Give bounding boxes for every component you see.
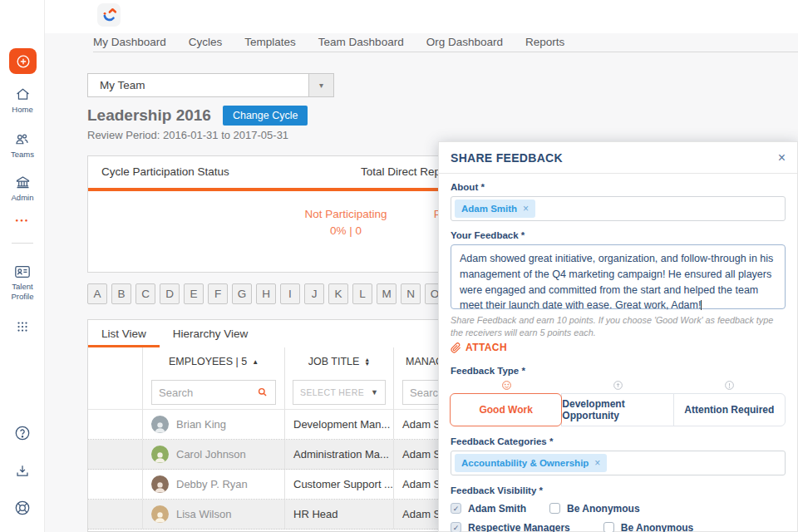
feedback-type-label: Feedback Type * (451, 366, 786, 376)
sort-asc-icon[interactable]: ▲ (252, 358, 259, 366)
sidebar-item-teams[interactable]: Teams (11, 131, 34, 160)
about-label: About * (451, 182, 786, 192)
apps-grid-icon[interactable] (15, 319, 30, 334)
nav-item-cycles[interactable]: Cycles (189, 36, 223, 48)
change-cycle-button[interactable]: Change Cycle (223, 106, 308, 126)
employee-name-cell[interactable]: Debby P. Ryan (142, 470, 284, 499)
about-tag: Adam Smith × (455, 200, 535, 218)
employee-name: Debby P. Ryan (176, 478, 248, 490)
sidebar-menu: Home Teams Admin ●●● (0, 86, 45, 334)
download-icon[interactable] (0, 462, 45, 480)
checkbox-be-anonymous-1[interactable] (549, 503, 560, 514)
employee-search-box[interactable] (151, 380, 276, 405)
sidebar-item-admin[interactable]: Admin (12, 174, 34, 203)
letter-filter[interactable]: L (352, 283, 372, 304)
share-feedback-body: About * Adam Smith × Your Feedback * Ada… (439, 174, 797, 532)
nav-item-team-dashboard[interactable]: Team Dashboard (318, 36, 404, 48)
home-icon (14, 86, 32, 103)
help-icon[interactable] (0, 424, 45, 442)
nav-item-templates[interactable]: Templates (244, 36, 296, 48)
letter-filter[interactable]: B (111, 283, 131, 304)
nav-item-reports[interactable]: Reports (525, 36, 564, 48)
page-title: Leadership 2016 (87, 106, 211, 125)
letter-filter[interactable]: N (401, 283, 421, 304)
row-select-cell[interactable] (88, 470, 142, 499)
team-select[interactable]: My Team ▾ (87, 73, 334, 97)
feedback-type-development-opportunity[interactable]: Development Opportunity (561, 393, 673, 426)
job-title-column-header[interactable]: JOB TITLE ▲▼ (284, 347, 393, 376)
letter-filter[interactable]: F (208, 283, 228, 304)
share-feedback-title: SHARE FEEDBACK (451, 151, 563, 165)
search-icon[interactable] (257, 387, 268, 398)
employees-column-label: EMPLOYEES | 5 (169, 356, 247, 367)
filter-empty-cell (88, 376, 142, 410)
tab-list-view[interactable]: List View (88, 320, 160, 347)
paperclip-icon (451, 342, 461, 353)
lifebuoy-icon[interactable] (0, 499, 45, 517)
row-select-cell[interactable] (88, 440, 142, 469)
letter-filter[interactable]: J (304, 283, 324, 304)
more-dots-icon[interactable]: ●●● (16, 218, 30, 223)
categories-input[interactable]: Accountability & Ownership × (451, 451, 786, 475)
checkbox-respective-managers[interactable]: ✓ (451, 522, 461, 532)
letter-filter[interactable]: I (280, 283, 300, 304)
nav-item-org-dashboard[interactable]: Org Dashboard (426, 36, 503, 48)
employee-name-cell[interactable]: Lisa Wilson (142, 500, 284, 529)
feedback-type-attention-required[interactable]: Attention Required (673, 393, 786, 426)
sidebar-divider (12, 243, 33, 244)
job-title-filter-cell: SELECT HERE ▼ (284, 376, 393, 410)
letter-filter[interactable]: K (328, 283, 348, 304)
app-root: Home Teams Admin ●●● (0, 0, 798, 532)
employees-column-header[interactable]: EMPLOYEES | 5 ▲ (142, 347, 284, 376)
visibility-option-label: Respective Managers (468, 522, 570, 532)
job-title-select[interactable]: SELECT HERE ▼ (293, 380, 386, 405)
letter-filter[interactable]: M (377, 283, 397, 304)
job-title-cell: Customer Support ... (284, 470, 393, 499)
brand-logo[interactable] (97, 3, 121, 27)
arrow-up-circle-icon (613, 380, 623, 391)
feedback-categories-label: Feedback Categories * (451, 436, 786, 446)
feedback-textarea[interactable]: Adam showed great initiative, organizati… (451, 244, 786, 309)
employee-name-cell[interactable]: Brian King (142, 410, 284, 439)
row-select-cell[interactable] (88, 500, 142, 529)
close-icon[interactable]: × (778, 150, 786, 165)
employee-name: Brian King (176, 418, 226, 431)
visibility-option-label: Adam Smith (468, 503, 526, 515)
letter-filter[interactable]: H (256, 283, 276, 304)
job-title-select-placeholder: SELECT HERE (300, 387, 364, 397)
letter-filter[interactable]: C (135, 283, 155, 304)
employee-search-input[interactable] (159, 387, 252, 399)
remove-tag-icon[interactable]: × (594, 457, 600, 469)
total-direct-reports-title: Total Direct Repo (361, 165, 447, 178)
logo-smile-icon (101, 7, 118, 24)
share-feedback-header: SHARE FEEDBACK × (439, 142, 797, 174)
select-column-header (88, 347, 142, 376)
checkbox-adam-smith[interactable]: ✓ (451, 503, 461, 514)
smiley-icon (501, 380, 512, 391)
add-button[interactable] (9, 48, 37, 74)
plus-icon (15, 53, 32, 70)
sidebar-item-home[interactable]: Home (12, 86, 32, 115)
letter-filter[interactable]: D (160, 283, 180, 304)
letter-filter[interactable]: E (184, 283, 204, 304)
about-input[interactable]: Adam Smith × (451, 196, 786, 221)
letter-filter[interactable]: A (87, 283, 107, 304)
tab-hierarchy-view[interactable]: Hierarchy View (160, 320, 262, 347)
feedback-type-good-work[interactable]: Good Work (450, 393, 562, 426)
row-select-cell[interactable] (88, 410, 142, 439)
top-navigation: My Dashboard Cycles Templates Team Dashb… (93, 36, 564, 48)
sidebar-item-label: Admin (12, 193, 34, 203)
attach-button[interactable]: ATTACH (451, 342, 507, 353)
employee-name-cell[interactable]: Carol Johnson (142, 440, 284, 469)
team-select-value[interactable]: My Team (87, 73, 309, 97)
checkbox-be-anonymous-2[interactable] (603, 522, 614, 532)
letter-filter[interactable]: G (232, 283, 252, 304)
sort-both-icon[interactable]: ▲▼ (364, 357, 370, 366)
sidebar-item-talent-profile[interactable]: Talent Profile (0, 264, 45, 302)
nav-item-my-dashboard[interactable]: My Dashboard (93, 36, 166, 48)
talent-profile-card-icon (13, 264, 32, 280)
visibility-option-label: Be Anonymous (567, 503, 640, 515)
remove-tag-icon[interactable]: × (523, 203, 529, 214)
review-period-text: Review Period: 2016-01-31 to 2017-05-31 (87, 129, 288, 141)
dropdown-arrow-icon[interactable]: ▾ (309, 73, 334, 97)
